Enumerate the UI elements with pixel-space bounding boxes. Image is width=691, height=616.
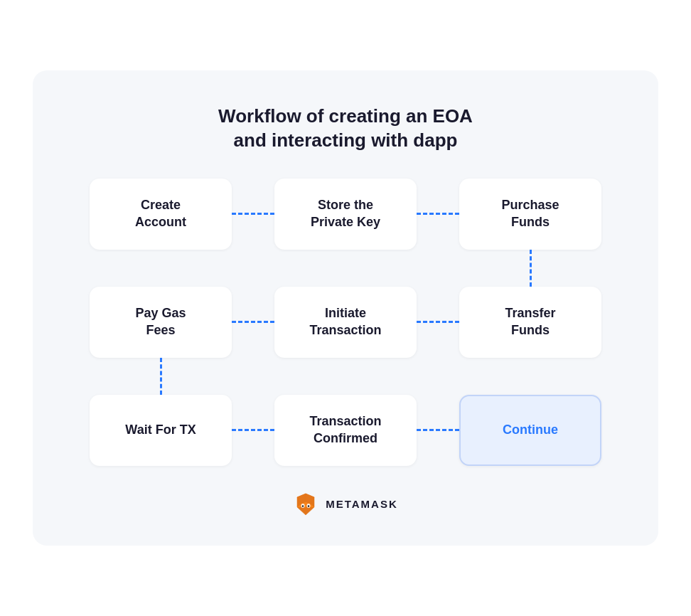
workflow-grid: Create Account Store the Private Key Pur… <box>73 179 618 466</box>
box-create-account: Create Account <box>90 179 232 250</box>
workflow-row-2: Pay Gas Fees Initiate Transaction Transf… <box>73 287 618 358</box>
v-connector-row-1 <box>73 250 618 287</box>
v-connector-1-col2 <box>459 250 601 287</box>
svg-point-9 <box>308 505 309 507</box>
footer: METAMASK <box>293 492 398 517</box>
h-connector-7-8 <box>232 429 274 431</box>
h-connector-2-3 <box>417 213 459 215</box>
page-title: Workflow of creating an EOA and interact… <box>218 105 473 153</box>
metamask-icon <box>293 492 318 517</box>
box-pay-gas-fees: Pay Gas Fees <box>90 287 232 358</box>
box-transfer-funds: Transfer Funds <box>459 287 601 358</box>
box-initiate-transaction: Initiate Transaction <box>274 287 417 358</box>
workflow-row-3: Wait For TX Transaction Confirmed Contin… <box>73 395 618 466</box>
h-connector-1-2 <box>232 213 274 215</box>
h-connector-8-9 <box>417 429 459 431</box>
h-connector-5-6 <box>417 321 459 323</box>
h-connector-4-5 <box>232 321 274 323</box>
box-continue[interactable]: Continue <box>459 395 601 466</box>
v-connector-row-2 <box>73 358 618 395</box>
box-wait-for-tx: Wait For TX <box>90 395 232 466</box>
box-store-private-key: Store the Private Key <box>274 179 417 250</box>
v-connector-2-col0 <box>90 358 232 395</box>
metamask-label: METAMASK <box>326 498 398 510</box>
workflow-row-1: Create Account Store the Private Key Pur… <box>73 179 618 250</box>
box-purchase-funds: Purchase Funds <box>459 179 601 250</box>
main-container: Workflow of creating an EOA and interact… <box>33 70 658 546</box>
box-transaction-confirmed: Transaction Confirmed <box>274 395 417 466</box>
svg-point-8 <box>302 505 304 507</box>
